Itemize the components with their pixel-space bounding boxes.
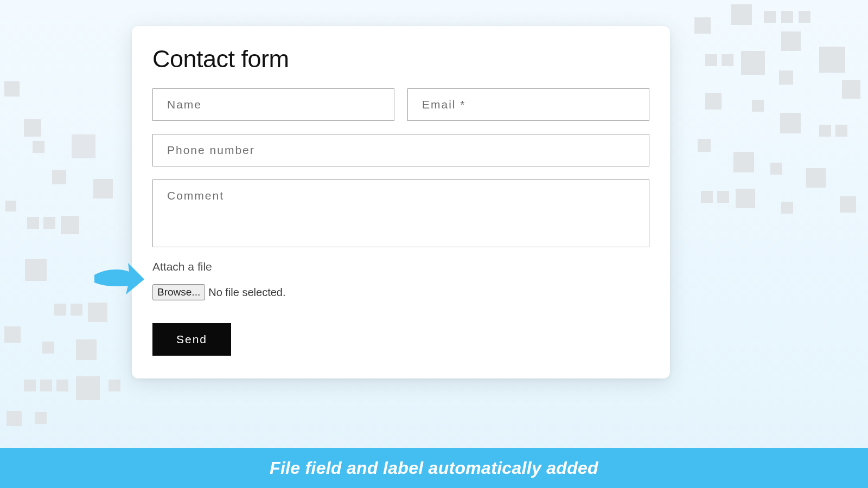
arrow-right-icon — [91, 261, 145, 299]
browse-button[interactable]: Browse... — [152, 284, 205, 300]
footer-caption-bar: File field and label automatically added — [0, 448, 868, 488]
comment-field[interactable] — [152, 179, 649, 247]
name-field[interactable] — [152, 88, 394, 121]
email-field[interactable] — [407, 88, 649, 121]
contact-form-card: Contact form Attach a file Browse... No … — [132, 26, 670, 378]
phone-field[interactable] — [152, 134, 649, 166]
footer-caption-text: File field and label automatically added — [270, 458, 598, 478]
send-button[interactable]: Send — [152, 323, 231, 356]
attach-file-label: Attach a file — [152, 260, 649, 273]
form-title: Contact form — [152, 45, 649, 73]
file-selection-status: No file selected. — [208, 286, 285, 299]
